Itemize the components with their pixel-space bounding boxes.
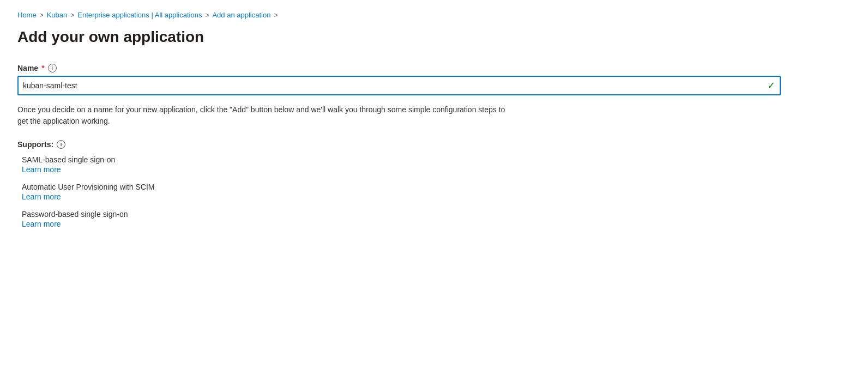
- breadcrumb-add-app[interactable]: Add an application: [212, 11, 270, 19]
- breadcrumb-separator-1: >: [40, 11, 44, 19]
- breadcrumb: Home > Kuban > Enterprise applications |…: [17, 11, 851, 19]
- description-text: Once you decide on a name for your new a…: [17, 104, 508, 127]
- page-title: Add your own application: [17, 28, 851, 46]
- supports-label: Supports: i: [17, 140, 781, 149]
- breadcrumb-kuban[interactable]: Kuban: [47, 11, 68, 19]
- support-item-password-title: Password-based single sign-on: [22, 210, 781, 219]
- support-item-password: Password-based single sign-on Learn more: [17, 210, 781, 228]
- name-field-label: Name * i: [17, 64, 781, 72]
- support-item-scim: Automatic User Provisioning with SCIM Le…: [17, 183, 781, 201]
- breadcrumb-home[interactable]: Home: [17, 11, 37, 19]
- supports-info-icon[interactable]: i: [57, 140, 65, 149]
- name-input[interactable]: [17, 76, 781, 95]
- name-label-text: Name: [17, 64, 38, 72]
- required-indicator: *: [41, 64, 44, 72]
- learn-more-password-link[interactable]: Learn more: [22, 220, 61, 228]
- learn-more-scim-link[interactable]: Learn more: [22, 192, 61, 201]
- checkmark-icon: ✓: [767, 80, 775, 92]
- breadcrumb-separator-2: >: [70, 11, 74, 19]
- name-info-icon[interactable]: i: [48, 64, 57, 72]
- name-input-wrapper: ✓: [17, 76, 781, 95]
- breadcrumb-separator-4: >: [274, 11, 278, 19]
- breadcrumb-enterprise-apps[interactable]: Enterprise applications | All applicatio…: [77, 11, 202, 19]
- learn-more-saml-link[interactable]: Learn more: [22, 165, 61, 174]
- support-item-saml-title: SAML-based single sign-on: [22, 155, 781, 164]
- supports-section: Supports: i SAML-based single sign-on Le…: [17, 140, 781, 228]
- supports-label-text: Supports:: [17, 140, 53, 149]
- support-item-saml: SAML-based single sign-on Learn more: [17, 155, 781, 174]
- form-section: Name * i ✓ Once you decide on a name for…: [17, 64, 781, 228]
- breadcrumb-separator-3: >: [205, 11, 209, 19]
- support-item-scim-title: Automatic User Provisioning with SCIM: [22, 183, 781, 191]
